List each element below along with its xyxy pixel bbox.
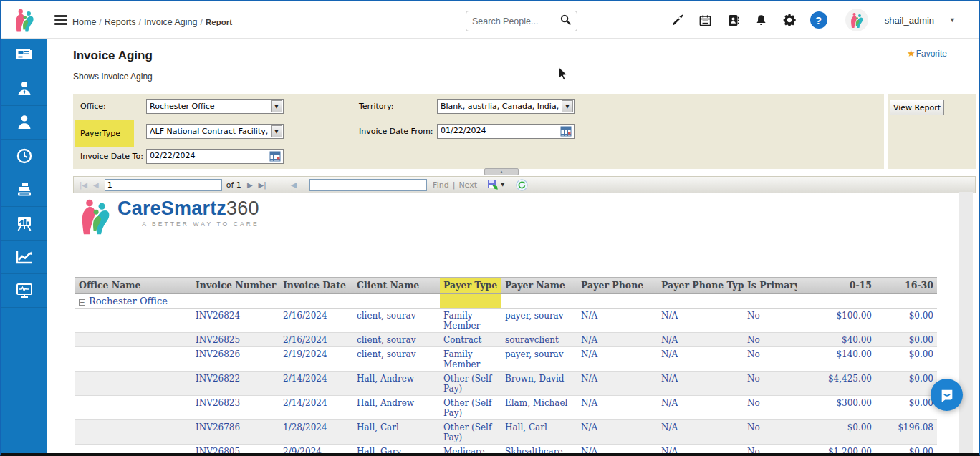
report-body: CareSmartz360 A BETTER WAY TO CARE Offic…	[73, 193, 979, 453]
col-invoice-date[interactable]: Invoice Date	[279, 278, 353, 294]
dropdown-arrow-icon[interactable]: ▼	[271, 125, 282, 137]
table-cell: No	[744, 420, 797, 445]
col-payer-phone-type[interactable]: Payer Phone Type	[658, 278, 744, 294]
last-page-button[interactable]: ▶|	[259, 181, 266, 189]
table-cell: N/A	[577, 333, 658, 347]
calendar-picker-icon[interactable]	[560, 126, 572, 137]
star-icon: ★	[907, 48, 916, 59]
payertype-dropdown[interactable]: ALF National Contract Facility, ALF▼	[146, 124, 284, 139]
invoice-date-to-field	[146, 149, 284, 164]
client-icon	[16, 114, 33, 131]
page-subtitle: Shows Invoice Aging	[73, 72, 153, 82]
breadcrumb-invoice-aging[interactable]: Invoice Aging	[144, 17, 197, 27]
table-cell: client, sourav	[353, 333, 440, 347]
page-scrollbar-track[interactable]	[959, 192, 973, 453]
sidebar-item-analytics[interactable]	[1, 241, 47, 274]
territory-dropdown[interactable]: Blank, austrlia, Canada, India, usa▼	[437, 99, 575, 114]
find-next-button[interactable]: Next	[458, 180, 477, 190]
sidebar-item-schedule[interactable]	[1, 140, 47, 173]
sidebar-item-reports[interactable]	[1, 207, 47, 241]
col-0-15[interactable]: 0-15	[797, 278, 875, 294]
find-text-input[interactable]	[309, 179, 427, 191]
parameters-splitter-handle[interactable]: ▲	[484, 168, 519, 175]
col-is-primary[interactable]: Is Primary	[744, 278, 797, 294]
app-logo[interactable]	[1, 1, 47, 39]
col-payer-phone[interactable]: Payer Phone	[577, 278, 658, 294]
next-page-button[interactable]: ▶	[247, 181, 253, 189]
col-payer-type-highlighted[interactable]: Payer Type	[440, 278, 501, 294]
table-cell	[75, 396, 192, 420]
table-cell: Hall, Carl	[353, 420, 440, 445]
table-cell: INV26786	[192, 420, 279, 445]
table-cell: client, sourav	[353, 347, 440, 372]
col-invoice-number[interactable]: Invoice Number	[192, 278, 279, 294]
table-row: INV267861/28/2024Hall, CarlOther (Self P…	[75, 420, 937, 445]
table-cell: client, sourav	[353, 309, 440, 333]
search-icon[interactable]	[560, 14, 571, 28]
collapse-group-icon[interactable]: −	[79, 299, 85, 306]
refresh-button[interactable]	[516, 179, 528, 191]
reports-icon	[15, 215, 34, 232]
bell-icon[interactable]	[754, 13, 769, 27]
table-cell: $1,200.00	[797, 445, 875, 454]
col-16-30[interactable]: 16-30	[875, 278, 937, 294]
table-cell: $0.00	[875, 372, 937, 396]
invoice-date-from-input[interactable]	[441, 126, 541, 135]
export-button[interactable]: ▼	[487, 179, 504, 190]
current-page-input[interactable]	[105, 179, 222, 191]
calendar-picker-icon[interactable]	[269, 151, 282, 162]
view-report-button[interactable]: View Report	[890, 100, 944, 115]
table-cell: $4,425.00	[797, 372, 875, 396]
sidebar-item-billing[interactable]	[1, 173, 47, 207]
monitor-icon	[15, 282, 34, 299]
invoice-date-to-input[interactable]	[150, 151, 250, 160]
username-menu[interactable]: shail_admin	[885, 15, 934, 26]
chevron-down-icon[interactable]: ▼	[949, 16, 956, 24]
brand-tagline: A BETTER WAY TO CARE	[117, 220, 259, 228]
back-to-parent-button[interactable]: ◀	[291, 180, 297, 190]
table-cell: $40.00	[797, 333, 875, 347]
gear-icon[interactable]	[782, 13, 797, 27]
table-body: −Rochester Office INV268242/16/2024clien…	[75, 294, 937, 454]
favorite-button[interactable]: ★Favorite	[907, 48, 947, 59]
sidebar-item-clients[interactable]	[1, 106, 47, 140]
table-cell: $100.00	[797, 309, 875, 333]
invoice-date-from-label: Invoice Date From:	[359, 127, 433, 136]
previous-page-button[interactable]: ◀	[93, 181, 99, 189]
dropdown-arrow-icon[interactable]: ▼	[271, 100, 282, 112]
rocket-icon[interactable]	[671, 13, 685, 27]
sidebar-item-training[interactable]	[1, 274, 47, 308]
calendar-icon[interactable]	[698, 13, 713, 27]
caresmartz-report-logo: CareSmartz360 A BETTER WAY TO CARE	[79, 198, 259, 235]
table-cell: Other (Self Pay)	[440, 372, 501, 396]
payertype-label-highlighted: PayerType	[75, 120, 134, 147]
table-cell: $0.00	[875, 347, 937, 372]
table-cell: No	[744, 396, 797, 420]
col-office-name[interactable]: Office Name	[75, 278, 192, 294]
dropdown-arrow-icon[interactable]: ▼	[562, 100, 573, 112]
caregiver-icon	[16, 80, 33, 97]
contacts-icon[interactable]	[726, 13, 741, 27]
breadcrumb-reports[interactable]: Reports	[105, 17, 136, 27]
sidebar-item-dashboard[interactable]	[1, 39, 47, 72]
table-cell: $300.00	[797, 396, 875, 420]
avatar[interactable]	[845, 9, 868, 31]
chat-launcher-button[interactable]	[931, 379, 963, 411]
report-parameters-panel: Office: Rochester Office▼ Territory: Bla…	[73, 94, 884, 169]
table-cell: payer, sourav	[501, 309, 577, 333]
search-people-input[interactable]	[472, 16, 552, 26]
table-cell: N/A	[658, 309, 744, 333]
help-icon[interactable]: ?	[810, 11, 827, 29]
breadcrumb-home[interactable]: Home	[72, 17, 96, 27]
menu-icon[interactable]	[54, 15, 67, 25]
export-dropdown-caret-icon[interactable]: ▼	[501, 182, 504, 188]
sidebar-item-caregivers[interactable]	[1, 72, 47, 106]
office-dropdown[interactable]: Rochester Office▼	[146, 99, 284, 114]
table-cell: N/A	[658, 445, 744, 454]
col-client-name[interactable]: Client Name	[353, 278, 440, 294]
table-cell: 2/9/2024	[279, 445, 353, 454]
find-button[interactable]: Find	[433, 180, 449, 190]
group-row-rochester-office: −Rochester Office	[75, 294, 937, 309]
col-payer-name[interactable]: Payer Name	[501, 278, 577, 294]
first-page-button[interactable]: |◀	[80, 181, 87, 189]
